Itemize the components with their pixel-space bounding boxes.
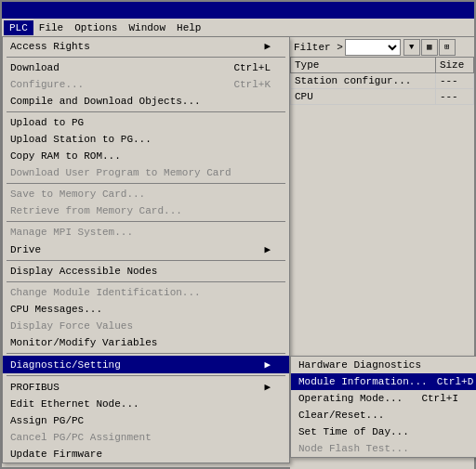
menu-bar: PLC File Options Window Help xyxy=(2,19,474,37)
menu-item-plc[interactable]: PLC xyxy=(4,20,33,35)
assign-pg-label: Assign PG/PC xyxy=(10,415,84,426)
update-firmware-label: Update Firmware xyxy=(10,449,102,460)
hw-diagnostics-label: Hardware Diagnostics xyxy=(298,359,421,371)
plc-menu-upload-station[interactable]: Upload Station to PG... xyxy=(3,131,289,148)
main-window: PLC File Options Window Help Access Righ… xyxy=(0,0,476,469)
separator-8 xyxy=(7,375,285,376)
menu-item-file[interactable]: File xyxy=(33,20,69,35)
separator-2 xyxy=(7,111,285,112)
filter-icons: ▼ ▦ ⊞ xyxy=(403,39,456,56)
download-label: Download xyxy=(10,62,60,73)
plc-menu-update-firmware[interactable]: Update Firmware xyxy=(3,446,289,462)
download-user-label: Download User Program to Memory Card xyxy=(10,167,231,178)
module-info-label: Module Information... xyxy=(298,376,428,387)
plc-menu-configure[interactable]: Configure... Ctrl+K xyxy=(3,76,289,93)
table-cell-size-1: --- xyxy=(435,73,473,89)
display-nodes-label: Display Accessible Nodes xyxy=(10,266,157,277)
plc-menu: Access Rights ▶ Download Ctrl+L Configur… xyxy=(2,37,290,463)
download-shortcut: Ctrl+L xyxy=(233,62,271,73)
filter-icon-grid2[interactable]: ⊞ xyxy=(439,39,456,56)
table-container: Type Size Station configur... --- CPU --… xyxy=(290,58,474,105)
col-header-type: Type xyxy=(291,58,436,73)
node-flash-label: Node Flash Test... xyxy=(298,443,409,454)
upload-to-pg-label: Upload to PG xyxy=(10,117,84,128)
diag-hw-diagnostics[interactable]: Hardware Diagnostics xyxy=(291,357,476,373)
plc-menu-assign-pg[interactable]: Assign PG/PC xyxy=(3,412,289,429)
configure-label: Configure... xyxy=(10,79,84,90)
separator-1 xyxy=(7,57,285,58)
retrieve-memory-label: Retrieve from Memory Card... xyxy=(10,205,182,216)
filter-label: Filter > xyxy=(294,42,343,53)
menu-item-options[interactable]: Options xyxy=(69,20,123,35)
plc-menu-cancel-pg[interactable]: Cancel PG/PC Assignment xyxy=(3,429,289,446)
module-info-shortcut: Ctrl+D xyxy=(437,376,474,387)
plc-menu-manage-mpi[interactable]: Manage MPI System... xyxy=(3,224,289,241)
plc-menu-profibus[interactable]: PROFIBUS ▶ xyxy=(3,378,289,396)
profibus-label: PROFIBUS xyxy=(10,382,60,393)
plc-menu-save-memory[interactable]: Save to Memory Card... xyxy=(3,186,289,202)
drive-arrow: ▶ xyxy=(264,243,271,255)
change-module-label: Change Module Identification... xyxy=(10,287,201,298)
plc-menu-diagnostic[interactable]: Diagnostic/Setting ▶ xyxy=(3,356,289,373)
cpu-messages-label: CPU Messages... xyxy=(10,304,102,315)
plc-menu-access-rights[interactable]: Access Rights ▶ xyxy=(3,37,289,55)
profibus-arrow: ▶ xyxy=(264,381,271,393)
plc-menu-display-force[interactable]: Display Force Values xyxy=(3,318,289,334)
table-row[interactable]: Station configur... --- xyxy=(291,73,474,89)
separator-7 xyxy=(7,353,285,354)
diag-node-flash[interactable]: Node Flash Test... xyxy=(291,440,476,457)
drive-label: Drive xyxy=(10,244,41,255)
plc-menu-cpu-messages[interactable]: CPU Messages... xyxy=(3,301,289,318)
plc-menu-upload-to-pg[interactable]: Upload to PG xyxy=(3,114,289,131)
table-cell-size-2: --- xyxy=(435,89,473,105)
compile-download-label: Compile and Download Objects... xyxy=(10,96,201,107)
content-area: Access Rights ▶ Download Ctrl+L Configur… xyxy=(2,37,474,469)
diag-operating-mode[interactable]: Operating Mode... Ctrl+I xyxy=(291,390,476,407)
plc-menu-compile-download[interactable]: Compile and Download Objects... xyxy=(3,93,289,110)
diagnostic-label: Diagnostic/Setting xyxy=(10,359,121,371)
plc-menu-display-nodes[interactable]: Display Accessible Nodes xyxy=(3,263,289,280)
copy-ram-label: Copy RAM to ROM... xyxy=(10,150,121,162)
separator-5 xyxy=(7,260,285,261)
access-rights-label: Access Rights xyxy=(10,41,90,52)
table-cell-type-2: CPU xyxy=(291,89,436,105)
filter-select[interactable] xyxy=(345,39,401,56)
diag-module-info[interactable]: Module Information... Ctrl+D xyxy=(291,373,476,390)
table-cell-type-1: Station configur... xyxy=(291,73,436,89)
diag-clear-reset[interactable]: Clear/Reset... xyxy=(291,407,476,423)
configure-shortcut: Ctrl+K xyxy=(233,79,271,90)
operating-mode-label: Operating Mode... xyxy=(298,393,403,404)
plc-menu-retrieve-memory[interactable]: Retrieve from Memory Card... xyxy=(3,202,289,219)
separator-6 xyxy=(7,281,285,282)
filter-bar: Filter > ▼ ▦ ⊞ xyxy=(290,37,474,58)
menu-item-window[interactable]: Window xyxy=(123,20,171,35)
cancel-pg-label: Cancel PG/PC Assignment xyxy=(10,432,152,443)
plc-menu-download[interactable]: Download Ctrl+L xyxy=(3,59,289,76)
manage-mpi-label: Manage MPI System... xyxy=(10,227,133,238)
title-bar xyxy=(2,2,474,19)
table-row[interactable]: CPU --- xyxy=(291,89,474,105)
access-rights-arrow: ▶ xyxy=(264,40,271,52)
plc-menu-copy-ram[interactable]: Copy RAM to ROM... xyxy=(3,148,289,164)
separator-4 xyxy=(7,221,285,222)
data-table: Type Size Station configur... --- CPU --… xyxy=(290,58,474,105)
diag-submenu: Hardware Diagnostics Module Information.… xyxy=(290,356,476,458)
filter-icon-funnel[interactable]: ▼ xyxy=(403,39,420,56)
edit-ethernet-label: Edit Ethernet Node... xyxy=(10,398,139,410)
plc-menu-change-module[interactable]: Change Module Identification... xyxy=(3,284,289,301)
plc-menu-edit-ethernet[interactable]: Edit Ethernet Node... xyxy=(3,396,289,412)
separator-3 xyxy=(7,183,285,184)
set-time-label: Set Time of Day... xyxy=(298,426,409,437)
save-memory-label: Save to Memory Card... xyxy=(10,189,145,200)
plc-menu-download-user[interactable]: Download User Program to Memory Card xyxy=(3,164,289,181)
monitor-modify-label: Monitor/Modify Variables xyxy=(10,337,157,348)
plc-menu-monitor-modify[interactable]: Monitor/Modify Variables xyxy=(3,334,289,351)
diag-set-time[interactable]: Set Time of Day... xyxy=(291,423,476,440)
upload-station-label: Upload Station to PG... xyxy=(10,134,152,145)
right-panel: Filter > ▼ ▦ ⊞ Type Size xyxy=(290,37,474,469)
clear-reset-label: Clear/Reset... xyxy=(298,410,384,421)
operating-mode-shortcut: Ctrl+I xyxy=(421,393,458,404)
filter-icon-grid1[interactable]: ▦ xyxy=(421,39,438,56)
menu-item-help[interactable]: Help xyxy=(171,20,206,35)
plc-menu-drive[interactable]: Drive ▶ xyxy=(3,241,289,258)
